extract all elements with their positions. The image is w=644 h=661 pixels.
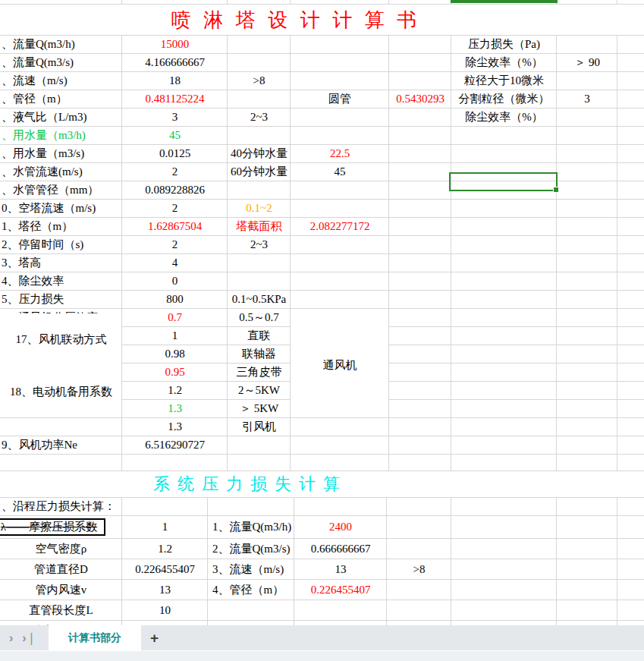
cell-r10-note[interactable]: 0.1~2 [228,200,291,217]
cell-r1-label[interactable]: 、流量Q(m3/h) [0,36,124,53]
cell-r14-value[interactable]: 0 [122,272,228,290]
table-row: 空气密度ρ 1.2 2、流量Q(m3/s) 0.666666667 [0,539,644,559]
selected-cell[interactable] [449,172,558,191]
last-sheet-icon[interactable]: ›❘ [22,632,36,644]
cell-r5-label[interactable]: 、液气比（L/m3) [0,109,124,126]
cell-r11-note[interactable]: 塔截面积 [228,218,291,235]
cell-r4-value[interactable]: 0.481125224 [122,90,228,108]
cell-b3-label[interactable]: 空气密度ρ [0,539,122,559]
page-title[interactable]: 喷 淋 塔 设 计 计 算 书 [0,5,592,35]
cell-r11-value2[interactable]: 2.082277172 [291,218,389,235]
cell-r5-value[interactable]: 3 [122,109,228,126]
cell-r12-label[interactable]: 2、停留时间（s) [0,236,124,253]
cell-r12-value[interactable]: 2 [122,236,228,253]
cell-r4-right-label[interactable]: 分割粒径（微米） [451,90,557,108]
cell-r18a-note[interactable]: 2～5KW [228,382,291,399]
cell-b3-value[interactable]: 1.2 [122,539,208,559]
cell-r17a-value[interactable]: 1 [122,327,228,345]
cell-r10-label[interactable]: 0、空塔流速（m/s) [0,200,124,217]
cell-r13-value[interactable]: 4 [122,254,228,272]
cell-b2-value[interactable]: 1 [122,516,208,538]
cell-b5-value2[interactable]: 0.226455407 [294,580,387,600]
cell-r3-right-label[interactable]: 粒径大于10微米 [451,72,557,90]
cell-b4-note[interactable]: >8 [387,559,451,579]
cell-r8-note[interactable]: 60分钟水量 [228,163,291,181]
add-sheet-button[interactable]: + [150,630,159,647]
cell-r8-value2[interactable]: 45 [291,163,389,181]
cell-r6-value[interactable]: 45 [122,127,228,144]
cell-r2-right-value[interactable]: ＞ 90 [557,54,617,71]
cell-r3-label[interactable]: 、流速（m/s) [0,72,124,90]
cell-r15-note[interactable]: 0.1~0.5KPa [228,291,291,308]
cell-b2-value2[interactable]: 2400 [294,516,387,538]
cell-r8-value[interactable]: 2 [122,163,228,181]
cell-r8-label[interactable]: 、水管流速(m/s) [0,163,124,181]
cell-r7-value2[interactable]: 22.5 [291,145,389,162]
next-sheet-icon[interactable]: › [9,632,13,644]
cell-r18c-note[interactable]: 引风机 [228,418,291,436]
cell-r1-value[interactable]: 15000 [122,36,228,53]
cell-r2-right-label[interactable]: 除尘效率（%） [451,54,557,71]
cell-friction-coefficient-label[interactable]: λ——摩擦压损系数 [0,518,105,536]
cell-b4-value[interactable]: 0.226455407 [122,559,208,579]
cell-b4-label[interactable]: 管道直径D [0,559,122,579]
cell-r15-label[interactable]: 5、压力损失 [0,291,124,308]
cell-r18c-value[interactable]: 1.3 [122,418,228,436]
cell-r10-value[interactable]: 2 [122,200,228,217]
cell-r9-label[interactable]: 、水管管径（mm） [0,181,124,199]
fill-handle[interactable] [553,187,559,193]
cell-r3-note[interactable]: >8 [228,72,291,90]
cell-b1-label[interactable]: 、沿程压力损失计算： [0,498,124,515]
cell-r5-note[interactable]: 2~3 [228,109,291,126]
cell-b2-label2[interactable]: 1、流量Q(m3/h) [208,516,299,538]
cell-r11-value[interactable]: 1.62867504 [122,218,228,235]
cell-r17c-value[interactable]: 0.95 [122,364,228,381]
cell-r7-value[interactable]: 0.0125 [122,145,228,162]
cell-b6-label[interactable]: 直管段长度L [0,600,122,620]
cell-r6-label[interactable]: 、用水量（m3/h) [0,127,124,144]
cell-r19-label[interactable]: 9、风机功率Ne [0,436,124,454]
cell-r17-label[interactable]: 17、风机联动方式 [0,313,122,365]
cell-r2-value[interactable]: 4.166666667 [122,54,228,71]
cell-fan-merged[interactable]: 通风机 [291,313,389,417]
cell-r7-note[interactable]: 40分钟水量 [228,145,291,162]
cell-r17c-note[interactable]: 三角皮带 [228,364,291,381]
cell-b4-value2[interactable]: 13 [294,559,387,579]
cell-r16-value[interactable]: 0.7 [122,309,228,326]
cell-r18-label[interactable]: 18、电动机备用系数 [0,366,122,417]
cell-r4-right-value[interactable]: 3 [557,90,617,108]
cell-r2-label[interactable]: 、流量Q(m3/s) [0,54,124,71]
cell-b5-value[interactable]: 13 [122,580,208,600]
cell-r18a-value[interactable]: 1.2 [122,382,228,399]
cell-r4-label[interactable]: 、管径（m） [0,90,124,108]
spreadsheet-window: 喷 淋 塔 设 计 计 算 书 、流量Q(m3/h) 15000 压力损失（Pa… [0,0,644,661]
cell-r7-label[interactable]: 、用水量（m3/s) [0,145,124,162]
cell-r16-note[interactable]: 0.5～0.7 [228,309,291,326]
cell-b5-label2[interactable]: 4、管径（m） [208,580,299,600]
cell-r18b-value[interactable]: 1.3 [122,400,228,417]
cell-r12-note[interactable]: 2~3 [228,236,291,253]
cell-r17b-value[interactable]: 0.98 [122,345,228,363]
section-title-row: 系统压力损失计算 [0,471,644,498]
cell-r15-value[interactable]: 800 [122,291,228,308]
sheet-tab-active[interactable]: 计算书部分 [49,625,141,651]
cell-r3-value[interactable]: 18 [122,72,228,90]
cell-b6-value[interactable]: 10 [122,600,208,620]
cell-r4-value2[interactable]: 0.5430293 [389,90,451,108]
cell-r11-label[interactable]: 1、塔径（m） [0,218,124,235]
cell-b5-label[interactable]: 管内风速v [0,580,122,600]
cell-r19-value[interactable]: 6.516290727 [122,436,228,454]
cell-r17a-note[interactable]: 直联 [228,327,291,345]
cell-r18b-note[interactable]: ＞ 5KW [228,400,291,417]
cell-r13-label[interactable]: 3、塔高 [0,254,124,272]
cell-b3-value2[interactable]: 0.666666667 [294,539,387,559]
cell-r5-right-label[interactable]: 除尘效率（%） [451,109,557,126]
cell-r17b-note[interactable]: 联轴器 [228,345,291,363]
cell-r4-pipe-type[interactable]: 圆管 [291,90,389,108]
cell-r14-label[interactable]: 4、除尘效率 [0,272,124,290]
cell-r1-right-label[interactable]: 压力损失（Pa) [451,36,557,53]
section-title[interactable]: 系统压力损失计算 [0,471,501,497]
cell-b4-label2[interactable]: 3、流速（m/s) [208,559,299,579]
cell-r9-value[interactable]: 0.089228826 [122,181,228,199]
cell-b3-label2[interactable]: 2、流量Q(m3/s) [208,539,299,559]
